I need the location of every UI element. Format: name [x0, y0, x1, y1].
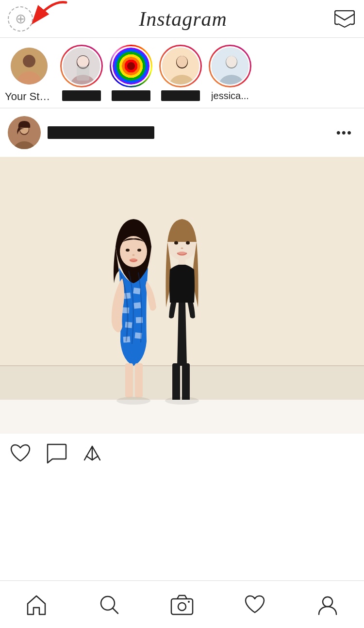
svg-point-30 [132, 255, 135, 256]
svg-point-9 [77, 56, 89, 68]
bottom-nav [0, 580, 364, 628]
svg-rect-33 [133, 288, 141, 294]
comment-button[interactable] [46, 442, 67, 464]
stories-row: Your Story [0, 38, 364, 108]
story-item-your-story[interactable]: Your Story [5, 45, 53, 103]
svg-point-29 [137, 249, 141, 252]
svg-point-31 [130, 258, 137, 262]
post-username [48, 126, 154, 139]
camera-icon [170, 594, 194, 615]
nav-profile-button[interactable] [308, 590, 347, 619]
svg-rect-10 [77, 66, 89, 81]
story-ring-3 [110, 45, 152, 87]
story-label-2 [62, 90, 101, 101]
nav-camera-button[interactable] [163, 590, 201, 619]
svg-point-4 [23, 55, 35, 68]
svg-rect-41 [135, 363, 143, 397]
app-header: ⊕ Instagram [0, 0, 364, 38]
post-avatar[interactable] [8, 116, 41, 149]
svg-point-44 [186, 241, 190, 245]
svg-point-45 [181, 248, 183, 249]
app-logo: Instagram [33, 7, 333, 31]
share-icon [82, 442, 103, 464]
search-icon [99, 594, 120, 615]
svg-rect-35 [133, 302, 141, 308]
svg-rect-50 [0, 400, 364, 434]
svg-point-56 [188, 601, 190, 603]
avatar-your-story [11, 48, 48, 85]
nav-search-button[interactable] [90, 590, 129, 619]
inbox-icon [334, 10, 355, 28]
svg-point-27 [120, 236, 147, 267]
like-button[interactable] [10, 442, 31, 464]
post-header: ••• [0, 108, 364, 157]
post-user [8, 116, 154, 149]
svg-point-18 [226, 56, 237, 68]
story-item-5[interactable]: jessica... [209, 45, 251, 103]
plus-icon: ⊕ [15, 12, 26, 26]
nav-home-button[interactable] [17, 590, 56, 619]
story-ring-5 [209, 45, 251, 87]
add-story-button[interactable]: ⊕ [8, 6, 33, 32]
profile-icon [317, 594, 338, 615]
post-image-svg [0, 157, 364, 434]
story-label-5: jessica... [211, 90, 249, 102]
nav-activity-button[interactable] [235, 590, 274, 619]
svg-rect-49 [182, 363, 190, 402]
svg-point-55 [178, 603, 186, 611]
story-ring-your-story [8, 45, 50, 87]
svg-rect-36 [125, 322, 132, 328]
svg-rect-40 [125, 363, 133, 397]
story-ring-4 [159, 45, 202, 87]
heart-icon [10, 443, 31, 463]
story-label-your-story: Your Story [5, 90, 53, 103]
svg-point-43 [174, 241, 178, 245]
more-options-button[interactable]: ••• [332, 123, 356, 142]
svg-point-52 [165, 397, 199, 405]
avatar-3 [113, 48, 149, 85]
svg-rect-2 [338, 21, 351, 27]
share-button[interactable] [82, 442, 103, 464]
story-item-3[interactable] [110, 45, 152, 103]
story-label-3 [112, 90, 150, 101]
svg-rect-48 [172, 363, 180, 402]
svg-point-28 [126, 249, 130, 252]
story-label-4 [161, 90, 200, 101]
feed-post: ••• [0, 108, 364, 469]
post-image [0, 157, 364, 434]
inbox-button[interactable] [333, 7, 356, 31]
post-actions [0, 434, 364, 469]
svg-point-14 [177, 56, 187, 68]
story-ring-2 [60, 45, 103, 87]
svg-point-51 [116, 397, 150, 405]
svg-point-57 [323, 597, 332, 607]
svg-point-46 [177, 252, 187, 255]
home-icon [26, 594, 47, 615]
heart-nav-icon [244, 594, 265, 615]
comment-icon [46, 442, 67, 464]
story-item-2[interactable] [60, 45, 103, 103]
story-item-4[interactable] [159, 45, 202, 103]
